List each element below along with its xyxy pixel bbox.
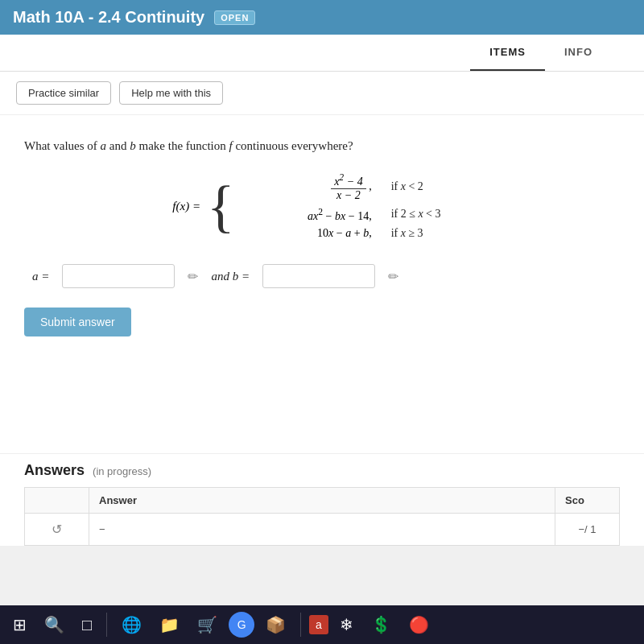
- fraction-1: x2 − 4 x − 2: [331, 172, 366, 202]
- pencil-icon-b: ✏: [388, 269, 398, 284]
- piecewise-cases: x2 − 4 x − 2 , if x < 2 ax2 − bx − 14, i…: [243, 172, 472, 240]
- open-brace: {: [207, 177, 235, 235]
- search-button[interactable]: 🔍: [38, 612, 71, 638]
- content-area: What values of a and b make the function…: [0, 115, 644, 453]
- case-cond-3: if x ≥ 3: [391, 227, 472, 240]
- case-expr-3: 10x − a + b,: [243, 227, 372, 240]
- taskbar-edge[interactable]: 🌐: [115, 612, 148, 638]
- taskbar-dropbox[interactable]: 📦: [259, 612, 292, 638]
- taskbar: ⊞ 🔍 □ 🌐 📁 🛒 G 📦 a ❄ 💲 🔴: [0, 605, 644, 644]
- answers-section: Answers (in progress) Answer Sco ↺ − −/ …: [0, 453, 644, 546]
- answers-table: Answer Sco ↺ − −/ 1: [24, 487, 620, 546]
- taskbar-app-dollar[interactable]: 💲: [365, 612, 398, 638]
- case-row-2: ax2 − bx − 14, if 2 ≤ x < 3: [243, 207, 472, 223]
- input-a[interactable]: [62, 264, 175, 288]
- pencil-icon-a: ✏: [188, 269, 198, 284]
- help-me-button[interactable]: Help me with this: [119, 81, 223, 105]
- practice-similar-button[interactable]: Practice similar: [16, 81, 111, 105]
- math-display: f(x) = { x2 − 4 x − 2 , if x < 2 ax2 − b…: [24, 172, 620, 240]
- row-check: ↺: [25, 514, 89, 546]
- taskbar-separator-1: [106, 613, 107, 637]
- header-bar: Math 10A - 2.4 Continuity OPEN: [0, 0, 644, 35]
- taskbar-folder[interactable]: 📁: [153, 612, 186, 638]
- col-check: [25, 488, 89, 514]
- col-score: Sco: [555, 488, 620, 514]
- answers-title: Answers: [24, 462, 85, 479]
- case-cond-2: if 2 ≤ x < 3: [391, 208, 472, 221]
- case-cond-1: if x < 2: [391, 180, 472, 193]
- taskbar-chrome[interactable]: G: [229, 612, 254, 638]
- case-row-3: 10x − a + b, if x ≥ 3: [243, 227, 472, 240]
- question-text: What values of a and b make the function…: [24, 139, 620, 153]
- input-a-label: a =: [32, 270, 49, 283]
- function-label: f(x) =: [172, 200, 200, 213]
- taskbar-store[interactable]: 🛒: [191, 612, 224, 638]
- taskbar-app-red[interactable]: 🔴: [402, 612, 436, 638]
- start-button[interactable]: ⊞: [6, 612, 33, 638]
- col-answer: Answer: [89, 488, 555, 514]
- input-b-label: and b =: [211, 270, 250, 283]
- case-expr-1: x2 − 4 x − 2 ,: [243, 172, 372, 202]
- taskbar-app-snow[interactable]: ❄: [333, 612, 360, 638]
- case-row-1: x2 − 4 x − 2 , if x < 2: [243, 172, 472, 202]
- tab-bar: ITEMS INFO: [0, 35, 644, 72]
- inputs-row: a = ✏ and b = ✏: [24, 264, 620, 288]
- table-row: ↺ − −/ 1: [25, 514, 620, 546]
- page-title: Math 10A - 2.4 Continuity: [13, 8, 204, 27]
- submit-button[interactable]: Submit answer: [24, 308, 131, 336]
- answers-subtitle: (in progress): [93, 465, 151, 477]
- case-expr-2: ax2 − bx − 14,: [243, 207, 372, 223]
- answers-header: Answers (in progress): [24, 462, 620, 479]
- action-bar: Practice similar Help me with this: [0, 72, 644, 115]
- row-answer: −: [89, 514, 555, 546]
- input-b[interactable]: [262, 264, 375, 288]
- row-score: −/ 1: [555, 514, 620, 546]
- tab-info[interactable]: INFO: [545, 35, 612, 71]
- task-view-button[interactable]: □: [76, 613, 98, 638]
- taskbar-app-a[interactable]: a: [309, 615, 328, 634]
- refresh-icon: ↺: [52, 522, 62, 536]
- tab-items[interactable]: ITEMS: [470, 35, 545, 71]
- open-badge: OPEN: [214, 10, 255, 25]
- taskbar-separator-2: [300, 613, 301, 637]
